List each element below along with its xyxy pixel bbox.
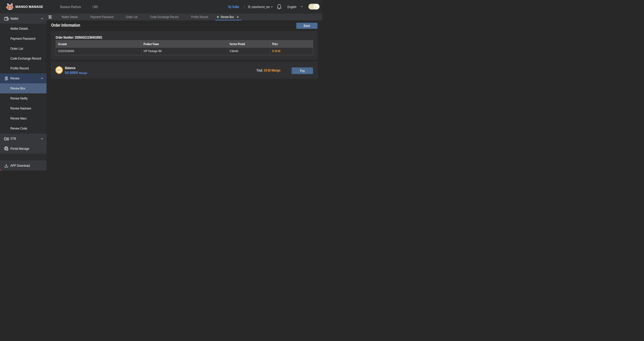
svg-text:$: $ [6,77,7,80]
